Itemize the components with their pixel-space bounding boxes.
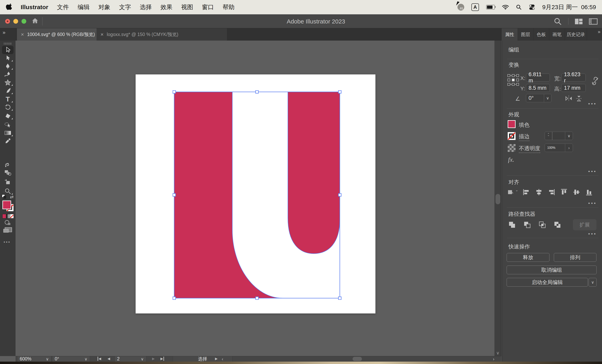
menu-item-file[interactable]: 文件 [57,3,69,11]
zoom-level-field[interactable]: 600%∨ [17,356,51,362]
toolbar-grip[interactable] [4,42,11,45]
align-horizontal-center-icon[interactable] [535,188,542,196]
artboard-tool[interactable] [0,178,16,186]
selection-tool[interactable] [2,46,13,54]
scroll-down-arrow[interactable]: ∨ [495,351,501,356]
document-tab-inactive[interactable]: × logoxx.svg* @ 150 % (CMYK/预览) [97,28,227,41]
align-to-selector[interactable]: ˇ [507,189,518,196]
close-tab-icon[interactable]: × [21,31,24,38]
menu-item-edit[interactable]: 编辑 [78,3,90,11]
menu-item-type[interactable]: 文字 [119,3,131,11]
reference-point-locator[interactable] [507,74,519,86]
warp-tool[interactable] [0,160,16,169]
pathfinder-exclude-icon[interactable] [553,221,561,229]
workspace-switcher-icon[interactable] [575,18,583,25]
close-tab-icon[interactable]: × [100,31,104,38]
shaper-tool[interactable] [0,120,16,129]
stroke-label[interactable]: 描边 [519,133,529,141]
stroke-weight-dropdown[interactable]: ∨ [565,132,573,140]
opacity-label[interactable]: 不透明度 [519,145,540,153]
y-field[interactable]: 8.5 mm [526,84,550,92]
global-edit-dropdown[interactable]: ∨ [589,278,597,287]
eyedropper-tool[interactable] [0,137,16,145]
rotation-combo[interactable]: 0° ∨ [526,94,551,102]
selection-handle[interactable] [173,194,176,196]
opacity-panel-arrow[interactable]: › [565,144,573,152]
shape-builder-tool[interactable] [0,169,16,177]
horizontal-scroll-thumb[interactable] [353,357,362,361]
pathfinder-unite-icon[interactable] [508,221,516,229]
toolbar-expand-chevron[interactable]: » [0,28,16,41]
appearance-more-options[interactable]: ••• [588,169,597,174]
shape-left-stem[interactable] [174,92,283,298]
menu-item-help[interactable]: 帮助 [223,3,235,11]
paintbrush-tool[interactable] [0,86,16,95]
stroke-weight-combo[interactable]: ˆˇ ∨ [545,132,573,140]
input-source-indicator[interactable]: A [471,3,479,11]
screen-mode-icon[interactable] [3,227,12,234]
vertical-scroll-thumb[interactable] [495,194,500,204]
shape-right-stem[interactable] [288,92,340,254]
pathfinder-intersect-icon[interactable] [538,221,546,229]
release-button[interactable]: 释放 [507,253,549,262]
vertical-scrollbar[interactable]: ∨ [494,41,501,356]
artboard-number-field[interactable]: 2∨ [115,356,146,362]
edit-toolbar-more-icon[interactable]: ••• [4,239,11,245]
tab-history[interactable]: 历史记录 [565,28,587,41]
type-tool[interactable]: T [0,95,16,103]
pathfinder-more-options[interactable]: ••• [588,231,597,237]
tab-properties[interactable]: 属性 [502,28,518,41]
gradient-tool[interactable] [0,129,16,137]
none-mode[interactable] [10,214,13,218]
first-artboard-button[interactable]: ◀ [97,357,101,361]
transform-more-options[interactable]: ••• [588,101,597,107]
stroke-weight-stepper[interactable]: ˆˇ [545,132,552,140]
flip-horizontal-icon[interactable] [565,95,573,102]
global-edit-button[interactable]: 启动全局编辑 [507,278,588,287]
align-top-icon[interactable] [560,188,568,196]
swap-fill-stroke-icon[interactable]: ⇄ [10,195,13,200]
ungroup-button[interactable]: 取消编组 [507,266,597,274]
rotation-field[interactable]: 0°∨ [52,356,90,362]
canvas-pasteboard[interactable] [16,41,494,356]
selection-handle[interactable] [256,91,258,93]
align-more-options[interactable]: ••• [588,200,597,206]
spotlight-search-icon[interactable] [516,4,522,10]
gradient-mode[interactable] [6,214,10,218]
selection-handle[interactable] [338,91,341,93]
opacity-combo[interactable]: 100% › [545,144,573,152]
align-vertical-center-icon[interactable] [573,188,580,196]
control-center-icon[interactable] [529,4,535,10]
direct-selection-tool[interactable] [0,54,16,62]
next-artboard-button[interactable]: ▶ [152,357,155,361]
align-right-icon[interactable] [548,188,555,196]
selection-handle[interactable] [173,91,176,93]
color-mode-bar[interactable] [2,214,14,218]
star-shape-tool[interactable] [0,78,16,86]
menu-item-object[interactable]: 对象 [98,3,110,11]
fill-swatch[interactable] [508,120,516,128]
panel-collapse-chevron[interactable]: » [598,29,600,35]
tab-layers[interactable]: 图层 [518,28,534,41]
selection-handle[interactable] [173,297,176,300]
tab-brushes[interactable]: 画笔 [549,28,565,41]
apple-logo-icon[interactable] [6,4,12,11]
x-field[interactable]: 6.811 m [526,73,550,82]
rotation-dropdown-chevron[interactable]: ∨ [544,94,551,102]
flip-vertical-icon[interactable] [575,95,583,102]
previous-artboard-button[interactable]: ◀ [108,357,110,361]
default-fill-stroke-icon[interactable] [2,194,9,199]
expand-button[interactable]: 扩展 [573,219,596,230]
tab-swatches[interactable]: 色板 [534,28,549,41]
menu-item-view[interactable]: 视图 [181,3,193,11]
menubar-clock[interactable]: 9月23日 周一 06:59 [542,3,596,11]
draw-mode-icon[interactable] [4,220,11,226]
selection-handle[interactable] [338,194,341,196]
document-tab-active[interactable]: × 10004.svg* @ 600 % (RGB/预览) [17,28,97,41]
opacity-icon[interactable] [508,144,516,152]
height-field[interactable]: 17 mm [561,84,586,92]
selected-artwork[interactable] [172,90,342,300]
align-bottom-icon[interactable] [585,188,593,196]
scroll-right-arrow[interactable]: › [493,357,494,362]
pen-tool[interactable] [0,62,16,70]
